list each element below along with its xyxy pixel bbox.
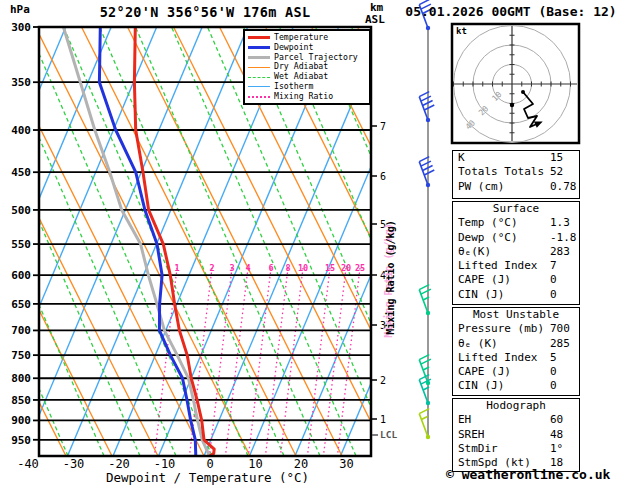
legend-line-sample (248, 56, 270, 59)
indices-box-title: Hodograph (453, 399, 579, 413)
credit-text: © weatheronline.co.uk (446, 467, 610, 482)
wind-barb-base-dot (426, 26, 430, 30)
indices-row: K15 (453, 151, 579, 165)
wind-barb-feather (421, 96, 431, 101)
valid-time-title: 05.01.2026 00GMT (Base: 12) (396, 4, 626, 19)
indices-box: SurfaceTemp (°C)1.3Dewp (°C)-1.8θₑ(K)283… (452, 201, 580, 305)
indices-row-label: EH (458, 413, 471, 427)
mixing-ratio-value-label: 4 (245, 263, 250, 273)
wind-barb-base-dot (426, 183, 430, 187)
indices-row-value: 1° (550, 442, 563, 456)
legend: TemperatureDewpointParcel TrajectoryDry … (243, 29, 371, 105)
legend-item: Mixing Ratio (248, 92, 366, 102)
pressure-tick-label: 650 (11, 298, 31, 311)
altitude-axis-unit-asl: ASL (365, 13, 385, 26)
indices-row-label: PW (cm) (458, 180, 504, 194)
temperature-tick-label: -40 (17, 457, 39, 471)
wind-barb-feather (421, 161, 431, 166)
wind-barb-feather (421, 289, 431, 294)
wind-barb-half-feather (421, 416, 427, 419)
indices-row-label: K (458, 151, 465, 165)
indices-row-label: Lifted Index (458, 351, 537, 365)
pressure-tick-label: 950 (11, 434, 31, 447)
indices-row-label: CAPE (J) (458, 365, 511, 379)
mixing-ratio-value-label: 10 (298, 263, 308, 273)
wind-barb (419, 92, 434, 123)
indices-row: θₑ (K)285 (453, 337, 579, 351)
pressure-tick-label: 550 (11, 238, 31, 251)
station-title: 52°20'N 356°56'W 176m ASL (45, 4, 365, 20)
mixing-ratio-value-label: 15 (325, 263, 335, 273)
km-tick-label: 2 (380, 375, 386, 386)
indices-row-label: θₑ (K) (458, 337, 498, 351)
km-tick-label: 6 (380, 171, 386, 182)
indices-row: CIN (J)0 (453, 379, 579, 393)
storm-motion-dot (510, 103, 514, 107)
indices-row-value: 15 (550, 151, 563, 165)
indices-row-value: 283 (550, 245, 570, 259)
mixing-ratio-value-label: 25 (355, 263, 365, 273)
wind-barb-feather (424, 105, 434, 110)
indices-row: CIN (J)0 (453, 288, 579, 302)
indices-row-label: CAPE (J) (458, 273, 511, 287)
mixing-ratio-value-label: 20 (341, 263, 351, 273)
wind-barb (419, 285, 431, 316)
indices-row-value: 0 (550, 288, 557, 302)
wind-barb (419, 375, 431, 406)
temperature-tick-label: -30 (63, 457, 85, 471)
indices-box-title: Surface (453, 202, 579, 216)
pressure-tick-label: 350 (11, 76, 31, 89)
indices-row: Lifted Index7 (453, 259, 579, 273)
mixing-ratio-line (209, 268, 232, 456)
indices-row-value: 48 (550, 428, 563, 442)
indices-row: Lifted Index5 (453, 351, 579, 365)
pressure-tick-label: 450 (11, 166, 31, 179)
mixing-ratio-value-label: 2 (209, 263, 214, 273)
mixing-ratio-lines (154, 268, 360, 456)
indices-row-value: 0 (550, 365, 557, 379)
mixing-ratio-value-label: 3 (229, 263, 234, 273)
indices-row-value: 0 (550, 273, 557, 287)
indices-row-label: SREH (458, 428, 485, 442)
km-tick-label: 7 (380, 121, 386, 132)
legend-line-sample (248, 36, 270, 39)
wind-barb-base-dot (426, 435, 430, 439)
wind-barb-column (419, 0, 434, 439)
hodograph-unit-label: kt (456, 26, 467, 36)
indices-row: Temp (°C)1.3 (453, 216, 579, 230)
legend-line-sample (248, 96, 270, 98)
indices-box: Most UnstablePressure (mb)700θₑ (K)285Li… (452, 307, 580, 396)
indices-row: θₑ(K)283 (453, 245, 579, 259)
indices-row: CAPE (J)0 (453, 273, 579, 287)
mixing-ratio-line (307, 268, 330, 456)
indices-row-label: θₑ(K) (458, 245, 491, 259)
pressure-tick-label: 750 (11, 349, 31, 362)
pressure-tick-label: 700 (11, 324, 31, 337)
pressure-tick-label: 900 (11, 414, 31, 427)
indices-row: SREH48 (453, 428, 579, 442)
hodograph: 102040 (452, 24, 579, 143)
x-axis-title: Dewpoint / Temperature (°C) (55, 470, 360, 485)
indices-row-label: CIN (J) (458, 379, 504, 393)
pressure-tick-label: 500 (11, 204, 31, 217)
mixing-ratio-value-label: 1 (174, 263, 179, 273)
indices-row-value: 0 (550, 379, 557, 393)
legend-item-label: Mixing Ratio (274, 92, 333, 102)
indices-row-value: 60 (550, 413, 563, 427)
wind-barb-base-dot (426, 401, 430, 405)
hodograph-trace-start-dot (521, 90, 525, 94)
pressure-axis-unit: hPa (10, 3, 30, 16)
mixing-ratio-line (248, 268, 271, 456)
indices-row-label: CIN (J) (458, 288, 504, 302)
indices-row-value: 0.78 (550, 180, 577, 194)
indices-row-label: Pressure (mb) (458, 322, 544, 336)
temperature-tick-labels: -40-30-20-100102030 (17, 457, 354, 471)
mixing-ratio-value-label: 8 (285, 263, 290, 273)
indices-row: PW (cm)0.78 (453, 180, 579, 194)
indices-row-label: Dewp (°C) (458, 231, 518, 245)
indices-box-title: Most Unstable (453, 308, 579, 322)
isotherm-line (0, 27, 66, 456)
indices-row-value: 5 (550, 351, 557, 365)
temperature-curve (134, 27, 214, 456)
indices-row: StmDir1° (453, 442, 579, 456)
